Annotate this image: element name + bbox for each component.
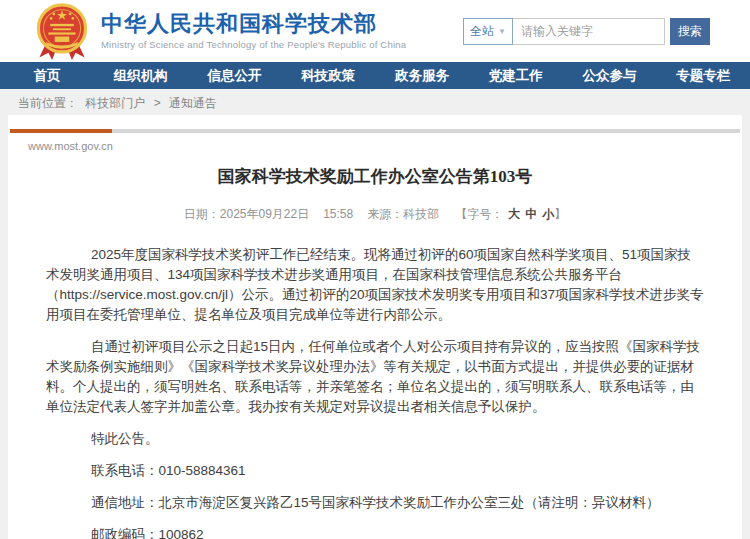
nav-item-party-building[interactable]: 党建工作: [469, 62, 563, 89]
page: 中华人民共和国科学技术部 Ministry of Science and Tec…: [0, 0, 750, 539]
search-button[interactable]: 搜索: [670, 18, 710, 45]
national-emblem-icon: [33, 2, 91, 62]
search-input[interactable]: [513, 18, 665, 45]
fontsize-medium-button[interactable]: 中: [525, 207, 537, 221]
article-contact-phone: 联系电话：010-58884361: [46, 461, 704, 481]
article-postal-code: 邮政编码：100862: [46, 525, 704, 539]
nav-item-gov-services[interactable]: 政务服务: [375, 62, 469, 89]
article-paragraph-2: 自通过初评项目公示之日起15日内，任何单位或者个人对公示项目持有异议的，应当按照…: [46, 337, 704, 417]
article-meta: 日期：2025年09月22日15:58来源：科技部【字号：大中小】: [8, 206, 742, 223]
meta-date-label: 日期：: [184, 207, 220, 221]
meta-date: 2025年09月22日: [220, 207, 309, 221]
site-subtitle-en: Ministry of Science and Technology of th…: [101, 39, 406, 50]
breadcrumb-link-notices[interactable]: 通知通告: [169, 96, 217, 110]
site-title: 中华人民共和国科学技术部: [101, 12, 406, 36]
article-card: www.most.gov.cn 国家科学技术奖励工作办公室公告第103号 日期：…: [8, 115, 742, 539]
meta-fontsize-suffix: 】: [554, 207, 566, 221]
source-url: www.most.gov.cn: [28, 140, 742, 152]
chevron-down-icon: ▼: [498, 27, 506, 36]
search-scope-value: 全站: [470, 23, 494, 40]
nav-item-public-participation[interactable]: 公众参与: [563, 62, 657, 89]
meta-source: 科技部: [403, 207, 439, 221]
meta-time: 15:58: [323, 207, 353, 221]
card-topline: [10, 129, 740, 133]
breadcrumb: 当前位置： 科技部门户 > 通知通告: [0, 89, 750, 115]
breadcrumb-separator: >: [154, 96, 161, 110]
site-header: 中华人民共和国科学技术部 Ministry of Science and Tec…: [0, 0, 750, 62]
breadcrumb-label: 当前位置：: [18, 96, 78, 110]
article-title: 国家科学技术奖励工作办公室公告第103号: [8, 165, 742, 188]
nav-item-home[interactable]: 首页: [0, 62, 94, 89]
nav-item-info-disclosure[interactable]: 信息公开: [188, 62, 282, 89]
article-contact-address: 通信地址：北京市海淀区复兴路乙15号国家科学技术奖励工作办公室三处（请注明：异议…: [46, 493, 704, 513]
brand-text: 中华人民共和国科学技术部 Ministry of Science and Tec…: [101, 12, 406, 50]
meta-fontsize-label: 【字号：: [455, 207, 503, 221]
search-bar: 全站 ▼ 搜索: [463, 18, 710, 45]
article-content: 2025年度国家科学技术奖初评工作已经结束。现将通过初评的60项国家自然科学奖项…: [8, 223, 742, 539]
nav-item-organization[interactable]: 组织机构: [94, 62, 188, 89]
article-paragraph-3: 特此公告。: [46, 429, 704, 449]
nav-item-sci-policy[interactable]: 科技政策: [281, 62, 375, 89]
topline-accent: [10, 129, 112, 133]
meta-source-label: 来源：: [367, 207, 403, 221]
fontsize-large-button[interactable]: 大: [508, 207, 520, 221]
article-paragraph-1: 2025年度国家科学技术奖初评工作已经结束。现将通过初评的60项国家自然科学奖项…: [46, 245, 704, 325]
fontsize-small-button[interactable]: 小: [542, 207, 554, 221]
search-scope-select[interactable]: 全站 ▼: [463, 18, 513, 45]
main-nav: 首页 组织机构 信息公开 科技政策 政务服务 党建工作 公众参与 专题专栏: [0, 62, 750, 89]
nav-item-special-topics[interactable]: 专题专栏: [656, 62, 750, 89]
site-logo[interactable]: 中华人民共和国科学技术部 Ministry of Science and Tec…: [33, 0, 406, 62]
breadcrumb-link-portal[interactable]: 科技部门户: [85, 96, 145, 110]
